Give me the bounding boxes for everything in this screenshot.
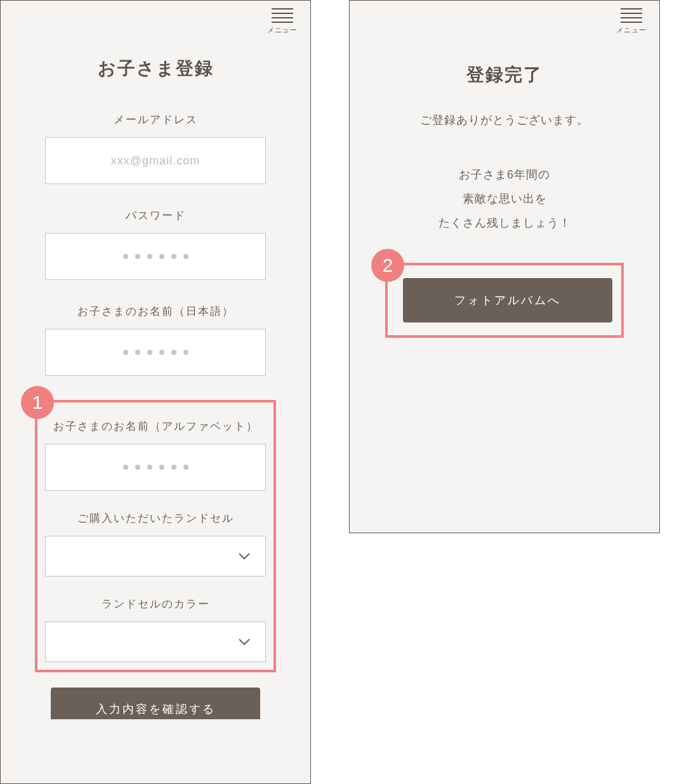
header: メニュー: [350, 1, 659, 37]
thanks-message: ご登録ありがとうございます。: [388, 112, 621, 128]
menu-label: メニュー: [267, 25, 298, 35]
name-jp-input[interactable]: [45, 329, 266, 376]
password-label: パスワード: [45, 208, 266, 223]
badge-1: 1: [21, 386, 54, 419]
name-jp-group: お子さまのお名前（日本語）: [45, 304, 266, 376]
page-title: お子さま登録: [45, 56, 266, 81]
email-input[interactable]: [45, 137, 266, 184]
product-group: ご購入いただいたランドセル: [45, 511, 266, 576]
chevron-down-icon: [239, 639, 250, 646]
name-en-input[interactable]: [45, 444, 266, 491]
password-input[interactable]: [45, 233, 266, 280]
email-group: メールアドレス: [45, 112, 266, 184]
promo-message: お子さま6年間の 素敵な思い出を たくさん残しましょう！: [388, 163, 621, 235]
confirm-button[interactable]: 入力内容を確認する: [51, 688, 260, 719]
hamburger-icon: [272, 8, 293, 23]
header: メニュー: [1, 1, 310, 37]
password-group: パスワード: [45, 208, 266, 280]
registration-content: お子さま登録 メールアドレス パスワード お子さまのお名前（日本語） 1 お子さ…: [1, 37, 310, 732]
product-select[interactable]: [45, 536, 266, 576]
completion-content: 登録完了 ご登録ありがとうございます。 お子さま6年間の 素敵な思い出を たくさ…: [350, 37, 659, 350]
color-select[interactable]: [45, 621, 266, 662]
menu-button[interactable]: メニュー: [267, 8, 298, 35]
highlight-section-2: 2 フォトアルバムへ: [385, 263, 624, 338]
registration-screen: メニュー お子さま登録 メールアドレス パスワード お子さまのお名前（日本語） …: [0, 0, 311, 784]
photo-album-button[interactable]: フォトアルバムへ: [403, 278, 612, 322]
completion-screen: メニュー 登録完了 ご登録ありがとうございます。 お子さま6年間の 素敵な思い出…: [349, 0, 660, 533]
promo-line-3: たくさん残しましょう！: [438, 216, 571, 229]
color-label: ランドセルのカラー: [45, 597, 266, 611]
page-title: 登録完了: [388, 63, 621, 87]
promo-line-1: お子さま6年間の: [459, 168, 550, 181]
menu-button[interactable]: メニュー: [616, 8, 647, 35]
badge-2: 2: [371, 249, 404, 282]
highlight-section-1: 1 お子さまのお名前（アルファベット） ご購入いただいたランドセル ランドセルの…: [35, 400, 276, 672]
product-label: ご購入いただいたランドセル: [45, 511, 266, 526]
menu-label: メニュー: [616, 25, 647, 35]
promo-line-2: 素敵な思い出を: [463, 192, 547, 205]
name-en-group: お子さまのお名前（アルファベット）: [45, 419, 266, 491]
email-label: メールアドレス: [45, 112, 266, 127]
chevron-down-icon: [239, 553, 250, 560]
color-group: ランドセルのカラー: [45, 597, 266, 662]
name-en-label: お子さまのお名前（アルファベット）: [45, 419, 266, 434]
name-jp-label: お子さまのお名前（日本語）: [45, 304, 266, 319]
hamburger-icon: [621, 8, 642, 23]
